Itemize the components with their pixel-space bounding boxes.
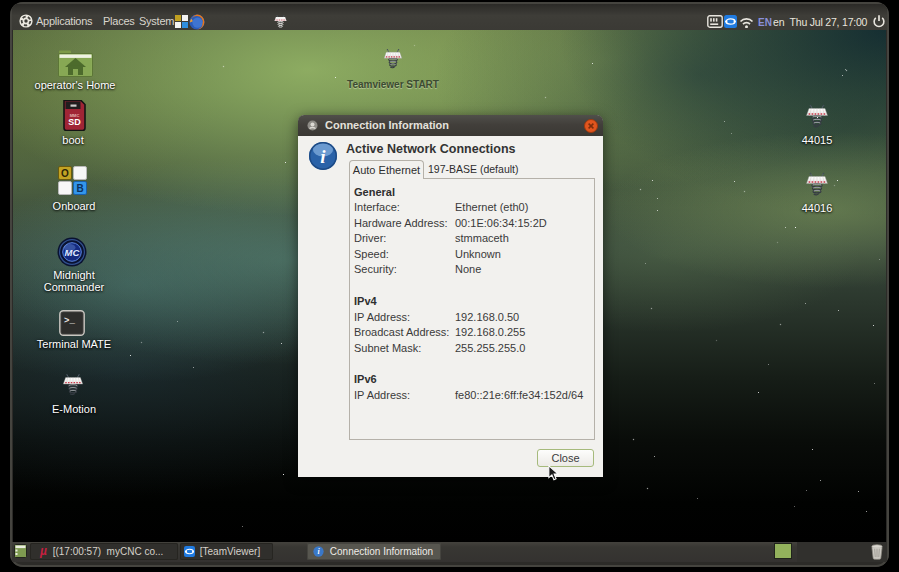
svg-text:i: i [320, 146, 326, 167]
svg-text:MC: MC [65, 247, 80, 258]
svg-text:>_: >_ [64, 316, 75, 326]
svg-text:SD: SD [68, 117, 81, 127]
svg-text:B: B [76, 183, 83, 194]
svg-text:O: O [61, 168, 69, 179]
